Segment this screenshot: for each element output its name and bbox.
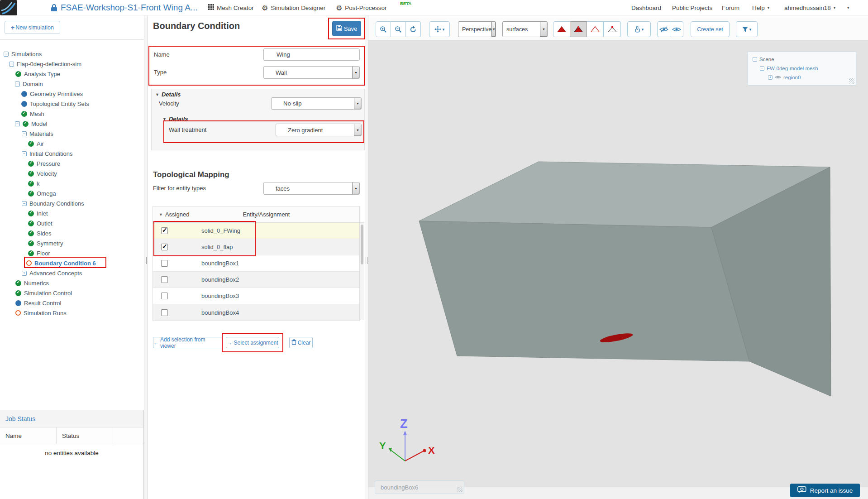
panel-viewer-splitter[interactable]: [365, 15, 368, 499]
nav-help-menu[interactable]: Help▾: [752, 0, 769, 15]
tree-item-numerics[interactable]: Numerics: [0, 278, 144, 288]
name-input[interactable]: [263, 48, 360, 61]
nav-simulation-designer[interactable]: ⚙ Simulation Designer: [262, 0, 325, 15]
splitter-handle[interactable]: [366, 257, 367, 264]
projection-select[interactable]: Perspective▾: [458, 21, 496, 37]
tree-item-flap-0deg-deflection-sim[interactable]: −Flap-0deg-deflection-sim: [0, 59, 144, 69]
table-scrollbar[interactable]: [360, 222, 364, 320]
table-row-boundingbox1[interactable]: boundingBox1: [153, 255, 359, 272]
scene-tree-item-scene[interactable]: − Scene: [753, 55, 856, 64]
collapse-icon[interactable]: −: [22, 131, 27, 136]
collapse-icon[interactable]: −: [15, 82, 20, 86]
collapse-icon[interactable]: −: [9, 62, 14, 67]
tree-item-geometry-primitives[interactable]: Geometry Primitives: [0, 89, 144, 99]
row-checkbox[interactable]: [161, 244, 168, 250]
sort-triangle-icon[interactable]: ▼: [159, 212, 163, 217]
tree-item-topological-entity-sets[interactable]: Topological Entity Sets: [0, 99, 144, 109]
report-issue-button[interactable]: Report an issue: [790, 484, 860, 497]
tree-item-boundary-conditions[interactable]: −Boundary Conditions: [0, 198, 144, 208]
solid-outline-surface-button[interactable]: [570, 21, 587, 37]
job-status-header[interactable]: Job Status: [0, 410, 143, 427]
table-row-solid-0-flap[interactable]: solid_0_flap: [153, 239, 359, 255]
collapse-icon[interactable]: −: [15, 121, 20, 126]
type-select[interactable]: Wall▾: [263, 66, 360, 79]
tree-item-floor[interactable]: Floor: [0, 248, 144, 258]
tree-item-k[interactable]: k: [0, 178, 144, 188]
add-selection-from-viewer-button[interactable]: ←Add selection from viewer: [153, 337, 223, 348]
zoom-out-button[interactable]: [391, 21, 406, 37]
new-simulation-button[interactable]: +New simulation: [5, 21, 60, 34]
tree-item-inlet[interactable]: Inlet: [0, 208, 144, 218]
nav-overflow-menu[interactable]: ▾: [847, 0, 849, 15]
table-row-boundingbox2[interactable]: boundingBox2: [153, 272, 359, 288]
tree-item-materials[interactable]: −Materials: [0, 129, 144, 139]
tree-item-mesh[interactable]: Mesh: [0, 109, 144, 119]
resize-handle[interactable]: [849, 78, 854, 84]
tree-item-air[interactable]: Air: [0, 139, 144, 149]
zoom-in-button[interactable]: [376, 21, 391, 37]
collapse-icon[interactable]: −: [22, 151, 27, 156]
row-checkbox[interactable]: [161, 293, 168, 299]
table-row-boundingbox4[interactable]: boundingBox4: [153, 304, 359, 321]
show-selected-button[interactable]: [670, 21, 683, 37]
expand-icon[interactable]: +: [768, 75, 773, 80]
clear-button[interactable]: Clear: [289, 337, 313, 348]
create-set-button[interactable]: Create set: [691, 21, 730, 37]
filter-button[interactable]: ▾: [736, 21, 758, 37]
splitter-handle[interactable]: [145, 257, 147, 264]
tree-item-outlet[interactable]: Outlet: [0, 218, 144, 228]
expand-icon[interactable]: +: [22, 271, 27, 276]
viewport-canvas[interactable]: Z X Y − Scene − FW-0deg-model mesh + reg…: [368, 41, 868, 499]
tree-item-velocity[interactable]: Velocity: [0, 168, 144, 178]
points-surface-button[interactable]: [604, 21, 621, 37]
table-row-boundingbox3[interactable]: boundingBox3: [153, 288, 359, 304]
pick-tool-button[interactable]: ▾: [627, 21, 651, 37]
nav-public-projects[interactable]: Public Projects: [672, 0, 712, 15]
tree-item-boundary-condition-6[interactable]: Boundary Condition 6: [0, 258, 144, 268]
hide-selected-button[interactable]: [657, 21, 670, 37]
scene-tree-item-region0[interactable]: + region0: [753, 73, 856, 82]
row-checkbox[interactable]: [161, 260, 168, 267]
velocity-select[interactable]: No-slip▾: [271, 97, 362, 110]
collapse-icon[interactable]: −: [753, 57, 757, 62]
tree-item-symmetry[interactable]: Symmetry: [0, 238, 144, 248]
move-tool-button[interactable]: ▾: [429, 21, 450, 37]
column-header-entity[interactable]: Entity/Assignment: [243, 211, 290, 218]
nav-dashboard[interactable]: Dashboard: [631, 0, 661, 15]
row-checkbox[interactable]: [161, 276, 168, 283]
3d-scene[interactable]: Z X Y: [368, 41, 868, 499]
nav-forum[interactable]: Forum: [722, 0, 739, 15]
tree-item-pressure[interactable]: Pressure: [0, 158, 144, 168]
row-checkbox[interactable]: [161, 227, 168, 234]
tree-item-sides[interactable]: Sides: [0, 228, 144, 238]
tree-item-result-control[interactable]: Result Control: [0, 298, 144, 308]
bounding-box-front-face[interactable]: [419, 221, 749, 361]
app-logo[interactable]: [0, 0, 18, 17]
collapse-icon[interactable]: −: [760, 66, 764, 71]
nav-mesh-creator[interactable]: Mesh Creator: [208, 0, 254, 15]
wall-treatment-select[interactable]: Zero gradient▾: [276, 124, 362, 136]
entity-type-filter-select[interactable]: faces▾: [263, 182, 360, 195]
resize-handle[interactable]: [457, 487, 463, 492]
tree-item-model[interactable]: −Model: [0, 119, 144, 129]
scrollbar-thumb[interactable]: [361, 225, 363, 264]
save-button[interactable]: Save: [332, 21, 361, 36]
collapse-icon[interactable]: −: [4, 52, 9, 57]
tree-item-simulation-runs[interactable]: Simulation Runs: [0, 308, 144, 318]
nav-user-menu[interactable]: ahmedhussain18▾: [784, 0, 835, 15]
project-title[interactable]: FSAE-Workshop-S1-Front Wing A...: [61, 0, 198, 15]
details-header[interactable]: ▼Details: [155, 91, 181, 98]
tree-item-simulations[interactable]: −Simulations: [0, 49, 144, 59]
tree-item-domain[interactable]: −Domain: [0, 79, 144, 89]
tree-item-analysis-type[interactable]: Analysis Type: [0, 69, 144, 79]
column-header-assigned[interactable]: Assigned: [165, 211, 189, 218]
tree-item-omega[interactable]: Omega: [0, 188, 144, 198]
solid-surface-button[interactable]: [553, 21, 570, 37]
collapse-icon[interactable]: −: [22, 201, 27, 206]
sidebar-panel-splitter[interactable]: [144, 15, 148, 499]
tree-item-initial-conditions[interactable]: −Initial Conditions: [0, 149, 144, 158]
tree-item-advanced-concepts[interactable]: +Advanced Concepts: [0, 268, 144, 278]
wireframe-surface-button[interactable]: [587, 21, 604, 37]
nav-post-processor[interactable]: ⚙ Post-Processor: [336, 0, 387, 15]
table-row-solid-0-fwing[interactable]: solid_0_FWing: [153, 223, 359, 239]
